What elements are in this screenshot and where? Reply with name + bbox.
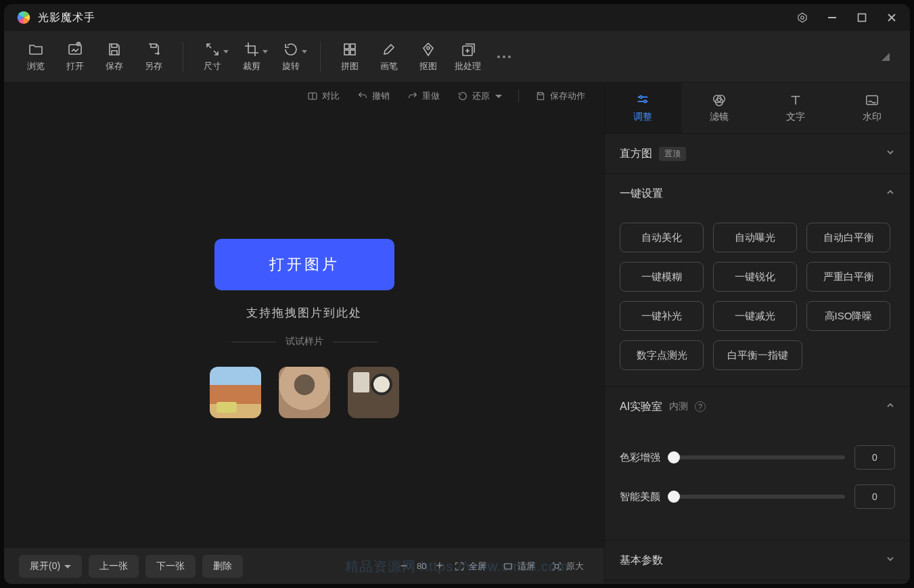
svg-rect-29 <box>866 96 877 105</box>
fit-screen-button[interactable]: 适屏 <box>497 558 541 575</box>
crop-button[interactable]: 裁剪 <box>235 39 269 75</box>
tab-text[interactable]: 文字 <box>758 83 834 133</box>
sample-thumb-2[interactable] <box>279 367 330 418</box>
undo-button[interactable]: 撤销 <box>352 87 395 105</box>
open-image-button[interactable]: 打开图片 <box>214 239 394 290</box>
save-action-button[interactable]: 保存动作 <box>530 87 591 105</box>
text-icon <box>788 93 803 108</box>
batch-button[interactable]: 批处理 <box>451 39 485 75</box>
svg-rect-8 <box>344 44 349 49</box>
maximize-icon[interactable] <box>856 12 868 24</box>
titlebar-right <box>796 12 898 24</box>
smart-beauty-value[interactable]: 0 <box>854 484 895 509</box>
preset-btn[interactable]: 一键模糊 <box>620 262 704 292</box>
preset-btn[interactable]: 高ISO降噪 <box>806 301 890 331</box>
rotate-button[interactable]: 旋转 <box>274 39 308 75</box>
brush-button[interactable]: 画笔 <box>372 39 406 75</box>
folder-icon <box>28 41 44 58</box>
image-add-icon <box>67 41 83 58</box>
svg-rect-9 <box>350 44 355 49</box>
redo-button[interactable]: 重做 <box>402 87 445 105</box>
smart-beauty-slider[interactable] <box>674 495 845 499</box>
collage-button[interactable]: 拼图 <box>333 39 367 75</box>
bottombar: 展开(0) 上一张 下一张 删除 − 80 + 全屏 适屏 原大 <box>4 547 604 584</box>
sample-thumb-1[interactable] <box>210 367 261 418</box>
svg-rect-3 <box>859 14 866 22</box>
more-button[interactable] <box>490 55 518 58</box>
settings-icon[interactable] <box>796 12 808 24</box>
main-toolbar: 浏览 打开 保存 另存 尺寸 裁剪 旋转 拼图 画笔 抠图 批处理 <box>4 31 910 83</box>
actual-size-button[interactable]: 原大 <box>546 558 589 575</box>
sample-label-row: 试试样片 <box>231 336 378 348</box>
compare-button[interactable]: 对比 <box>302 87 345 105</box>
prev-image-button[interactable]: 上一张 <box>89 555 139 578</box>
toolbar-group-edit: 尺寸 裁剪 旋转 <box>196 39 308 75</box>
section-head-basic[interactable]: 基本参数 <box>605 541 910 580</box>
restore-button[interactable]: 还原 <box>452 87 507 105</box>
tab-filter[interactable]: 滤镜 <box>681 83 758 133</box>
filter-icon <box>712 93 727 108</box>
chevron-up-icon <box>886 401 895 413</box>
toolbar-separator <box>183 42 183 72</box>
right-panel: 调整 滤镜 文字 水印 直方图 置顶 一键设置 <box>604 83 910 584</box>
tab-adjust[interactable]: 调整 <box>605 83 681 133</box>
next-image-button[interactable]: 下一张 <box>145 555 196 578</box>
expand-button[interactable]: 展开(0) <box>19 555 82 578</box>
preset-btn[interactable]: 白平衡一指键 <box>713 340 802 370</box>
watermark-icon <box>865 93 879 108</box>
preset-btn[interactable]: 自动美化 <box>620 223 704 252</box>
section-presets: 一键设置 自动美化 自动曝光 自动白平衡 一键模糊 一键锐化 严重白平衡 一键补… <box>605 174 910 387</box>
slider-thumb[interactable] <box>668 451 680 463</box>
tab-watermark[interactable]: 水印 <box>833 83 910 133</box>
preset-btn[interactable]: 一键锐化 <box>713 262 797 292</box>
help-icon[interactable]: ? <box>695 401 706 412</box>
preset-btn[interactable]: 自动曝光 <box>713 223 797 252</box>
minimize-icon[interactable] <box>826 12 838 24</box>
delete-button[interactable]: 删除 <box>202 555 243 578</box>
sample-thumbs <box>210 367 399 418</box>
preset-button-grid: 自动美化 自动曝光 自动白平衡 一键模糊 一键锐化 严重白平衡 一键补光 一键减… <box>620 223 895 370</box>
color-enhance-slider[interactable] <box>674 455 845 459</box>
resize-button[interactable]: 尺寸 <box>196 39 229 75</box>
close-icon[interactable] <box>886 12 898 24</box>
section-ai-lab: AI实验室 内测 ? 色彩增强 0 智能美颜 <box>605 387 910 541</box>
save-button[interactable]: 保存 <box>97 39 131 75</box>
app-logo-icon <box>16 10 31 25</box>
svg-marker-18 <box>64 565 71 568</box>
svg-marker-17 <box>495 95 502 98</box>
svg-rect-10 <box>344 50 349 55</box>
saveas-button[interactable]: 另存 <box>137 39 170 75</box>
preset-btn[interactable]: 一键补光 <box>620 301 704 331</box>
pin-badge[interactable]: 置顶 <box>659 147 686 161</box>
preset-btn[interactable]: 一键减光 <box>713 301 797 331</box>
zoom-value: 80 <box>417 561 426 571</box>
section-head-presets[interactable]: 一键设置 <box>605 174 910 213</box>
sample-thumb-3[interactable] <box>348 367 399 418</box>
slider-thumb[interactable] <box>668 491 680 503</box>
zoom-out-icon[interactable]: − <box>401 559 408 573</box>
svg-point-12 <box>427 47 430 49</box>
preset-btn[interactable]: 严重白平衡 <box>806 262 890 292</box>
app-title: 光影魔术手 <box>38 11 95 25</box>
right-panel-tabs: 调整 滤镜 文字 水印 <box>605 83 910 134</box>
section-digital-fill: 数码补光 <box>605 581 910 584</box>
slider-smart-beauty: 智能美颜 0 <box>620 484 895 509</box>
color-enhance-value[interactable]: 0 <box>854 445 895 470</box>
sample-label: 试试样片 <box>285 336 323 348</box>
section-head-ai-lab[interactable]: AI实验室 内测 ? <box>605 387 910 426</box>
section-head-histogram[interactable]: 直方图 置顶 <box>605 134 910 173</box>
chevron-down-icon <box>886 148 895 160</box>
toolbar-collapse-button[interactable] <box>882 53 895 61</box>
section-head-digital-fill[interactable]: 数码补光 <box>605 581 910 584</box>
right-panel-scroll[interactable]: 直方图 置顶 一键设置 自动美化 自动曝光 自动白平衡 <box>605 134 910 584</box>
chevron-up-icon <box>886 187 895 200</box>
zoom-in-icon[interactable]: + <box>436 559 443 573</box>
canvas-empty-state: 打开图片 支持拖拽图片到此处 试试样片 <box>4 110 604 547</box>
open-button[interactable]: 打开 <box>58 39 92 75</box>
preset-btn[interactable]: 自动白平衡 <box>806 223 890 252</box>
svg-rect-19 <box>505 564 512 569</box>
browse-button[interactable]: 浏览 <box>19 39 53 75</box>
fullscreen-button[interactable]: 全屏 <box>449 558 492 575</box>
cutout-button[interactable]: 抠图 <box>411 39 445 75</box>
preset-btn[interactable]: 数字点测光 <box>620 340 704 370</box>
